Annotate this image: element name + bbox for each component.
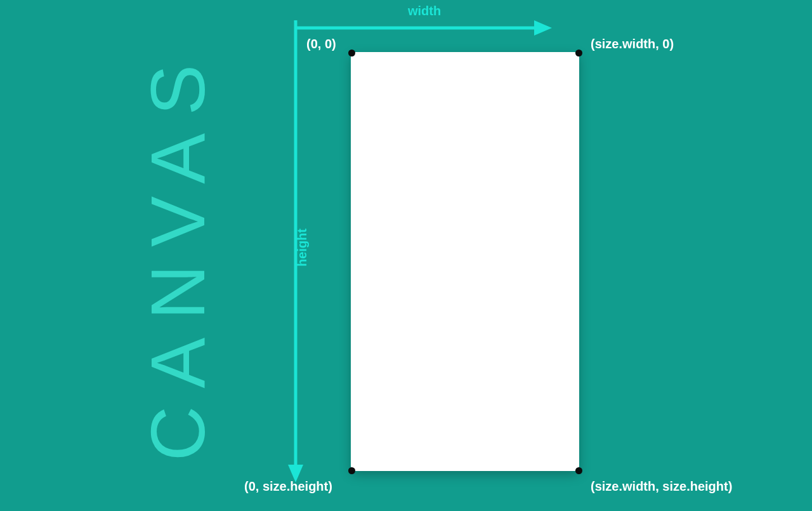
width-axis-label: width [408,4,441,18]
vertical-title: CANVAS [134,47,221,461]
top-right-dot [575,50,582,56]
origin-label: (0, 0) [306,37,336,51]
top-right-label: (size.width, 0) [591,37,674,51]
canvas-rectangle [351,52,579,471]
bottom-left-dot [348,467,355,474]
origin-dot [348,50,355,56]
width-axis-arrow [293,19,552,37]
bottom-right-dot [575,467,582,474]
height-axis-label: height [295,229,310,267]
bottom-left-label: (0, size.height) [244,479,332,494]
svg-marker-1 [534,20,552,36]
bottom-right-label: (size.width, size.height) [591,479,732,494]
